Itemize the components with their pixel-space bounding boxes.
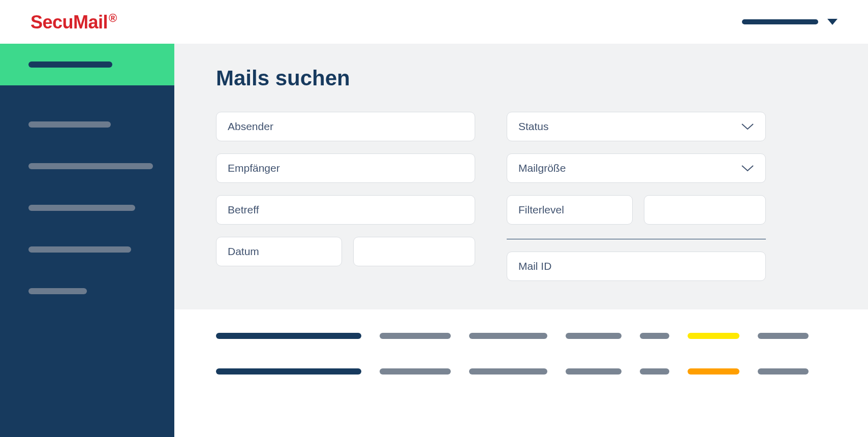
search-form: Absender Empfänger Betreff Datum Status …	[216, 112, 826, 281]
chevron-down-icon	[741, 120, 754, 133]
sidebar-item[interactable]	[0, 229, 174, 270]
user-name-placeholder	[742, 19, 818, 24]
datum-from-input[interactable]: Datum	[216, 237, 342, 266]
field-label: Absender	[228, 120, 273, 133]
search-panel: Mails suchen Absender Empfänger Betreff …	[174, 44, 868, 309]
svg-marker-0	[827, 19, 838, 25]
sidebar-item[interactable]	[0, 187, 174, 229]
sidebar-label-placeholder	[28, 61, 112, 68]
brand-logo: SecuMail®	[30, 13, 117, 32]
absender-input[interactable]: Absender	[216, 112, 475, 141]
divider	[507, 239, 766, 239]
cell-placeholder	[758, 333, 809, 339]
cell-placeholder	[216, 333, 361, 339]
field-label: Filterlevel	[518, 204, 564, 216]
field-label: Betreff	[228, 204, 259, 216]
cell-placeholder	[566, 368, 622, 374]
chevron-down-icon	[827, 19, 838, 25]
sidebar-label-placeholder	[28, 163, 153, 169]
result-row[interactable]	[216, 368, 826, 374]
result-row[interactable]	[216, 333, 826, 339]
filterlevel-from-input[interactable]: Filterlevel	[507, 195, 633, 225]
sidebar-label-placeholder	[28, 205, 135, 211]
mailgroesse-select[interactable]: Mailgröße	[507, 153, 766, 183]
cell-placeholder	[469, 368, 547, 374]
cell-placeholder	[380, 368, 451, 374]
filterlevel-to-input[interactable]	[644, 195, 766, 225]
field-label: Mail ID	[518, 260, 551, 272]
cell-placeholder	[640, 368, 669, 374]
page-title: Mails suchen	[216, 66, 826, 90]
results	[174, 309, 868, 374]
status-pill	[688, 333, 739, 339]
main: Mails suchen Absender Empfänger Betreff …	[174, 44, 868, 437]
sidebar-item-active[interactable]	[0, 44, 174, 85]
sidebar-item[interactable]	[0, 270, 174, 312]
form-col-left: Absender Empfänger Betreff Datum	[216, 112, 475, 281]
sidebar-item[interactable]	[0, 145, 174, 187]
datum-to-input[interactable]	[353, 237, 475, 266]
cell-placeholder	[758, 368, 809, 374]
sidebar-label-placeholder	[28, 288, 87, 294]
topbar: SecuMail®	[0, 0, 868, 44]
cell-placeholder	[380, 333, 451, 339]
brand-mark: ®	[109, 12, 117, 24]
field-label: Datum	[228, 245, 259, 258]
sidebar	[0, 44, 174, 437]
sidebar-label-placeholder	[28, 246, 131, 253]
form-col-right: Status Mailgröße Filterlevel Mail ID	[507, 112, 766, 281]
cell-placeholder	[640, 333, 669, 339]
field-label: Mailgröße	[518, 162, 566, 174]
field-label: Status	[518, 120, 549, 133]
status-pill	[688, 368, 739, 374]
sidebar-item[interactable]	[0, 104, 174, 145]
user-menu[interactable]	[742, 19, 838, 25]
cell-placeholder	[216, 368, 361, 374]
cell-placeholder	[566, 333, 622, 339]
betreff-input[interactable]: Betreff	[216, 195, 475, 225]
mailid-input[interactable]: Mail ID	[507, 252, 766, 281]
brand-name: SecuMail	[30, 12, 108, 33]
field-label: Empfänger	[228, 162, 280, 174]
chevron-down-icon	[741, 162, 754, 174]
status-select[interactable]: Status	[507, 112, 766, 141]
empfaenger-input[interactable]: Empfänger	[216, 153, 475, 183]
sidebar-label-placeholder	[28, 121, 111, 128]
cell-placeholder	[469, 333, 547, 339]
